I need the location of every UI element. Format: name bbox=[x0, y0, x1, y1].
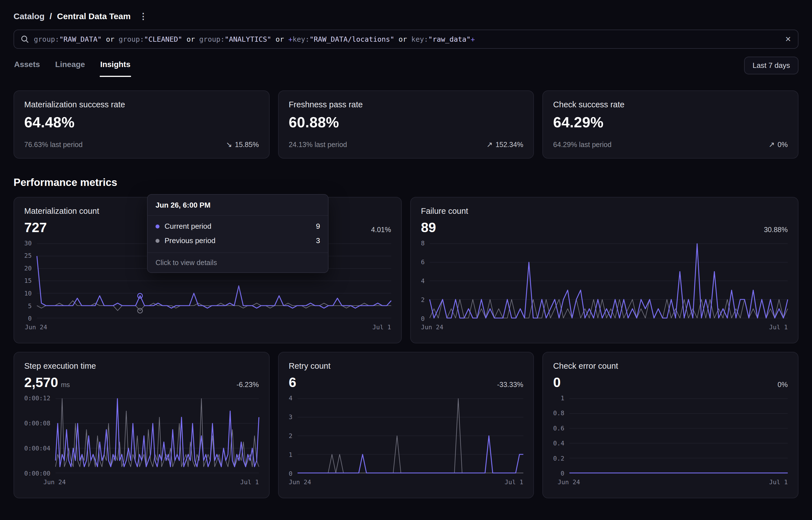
x-axis-start: Jun 24 bbox=[421, 324, 443, 331]
kpi-value: 64.29% bbox=[553, 114, 788, 131]
x-axis-start: Jun 24 bbox=[289, 478, 311, 486]
section-title: Performance metrics bbox=[14, 177, 798, 188]
x-axis-start: Jun 24 bbox=[557, 478, 580, 486]
kpi-value: 60.88% bbox=[289, 114, 523, 131]
query-token-key: group: bbox=[199, 35, 225, 43]
query-token-op: or bbox=[102, 35, 119, 43]
time-range-button[interactable]: Last 7 days bbox=[744, 57, 798, 74]
x-axis: Jun 24 Jul 1 bbox=[24, 478, 259, 486]
kpi-trend-value: 15.85% bbox=[235, 140, 259, 149]
series-line-previous bbox=[55, 398, 259, 467]
x-axis-end: Jul 1 bbox=[240, 478, 259, 486]
chart-title: Step execution time bbox=[24, 361, 259, 371]
kpi-last-period: 64.29% last period bbox=[553, 140, 611, 149]
chart-card-retry-count: Retry count 6 -33.33% 43210 Jun 24 Jul 1 bbox=[278, 352, 534, 498]
chart-value: 6 bbox=[289, 375, 296, 390]
page: Catalog / Central Data Team ⋮ group:"RAW… bbox=[0, 0, 812, 512]
x-axis-end: Jul 1 bbox=[769, 478, 788, 486]
chart-card-materialization-count: Materialization count 727 4.01% 30252015… bbox=[14, 197, 402, 343]
breadcrumb: Catalog / Central Data Team ⋮ bbox=[14, 11, 798, 21]
chart-plot[interactable] bbox=[297, 398, 523, 473]
y-axis: 86420 bbox=[421, 243, 425, 319]
kpi-trend-value: 152.34% bbox=[496, 140, 523, 149]
query-token-val: "RAW_DATA/locations" bbox=[309, 35, 394, 43]
chart-title: Retry count bbox=[289, 361, 523, 371]
chart-value: 2,570 bbox=[24, 375, 58, 390]
kpi-card-freshness-pass-rate: Freshness pass rate 60.88% 24.13% last p… bbox=[278, 90, 534, 159]
kpi-value: 64.48% bbox=[24, 114, 259, 131]
kpi-last-period: 24.13% last period bbox=[289, 140, 347, 149]
tooltip-value: 3 bbox=[316, 236, 320, 245]
trend-up-icon: ↗ bbox=[487, 140, 493, 149]
current-period-dot-icon bbox=[156, 225, 159, 229]
tooltip-value: 9 bbox=[316, 222, 320, 231]
x-axis-end: Jul 1 bbox=[372, 324, 391, 331]
chart-trend: -33.33% bbox=[497, 381, 523, 389]
tabs-row: Assets Lineage Insights Last 7 days bbox=[14, 57, 798, 77]
chart-value: 0 bbox=[553, 375, 561, 390]
query-token-key: key: bbox=[292, 35, 309, 43]
kpi-last-period: 76.63% last period bbox=[24, 140, 83, 149]
y-axis: 10.80.60.40.20 bbox=[553, 398, 564, 473]
chart-plot[interactable] bbox=[55, 398, 259, 473]
chart-card-check-error-count: Check error count 0 0% 10.80.60.40.20 Ju… bbox=[542, 352, 798, 498]
query-token-val: "ANALYTICS" bbox=[225, 35, 271, 43]
query-token-val: "raw_data" bbox=[428, 35, 471, 43]
query-token-key: group: bbox=[119, 35, 144, 43]
x-axis: Jun 24 Jul 1 bbox=[553, 478, 788, 486]
kpi-trend: ↗ 152.34% bbox=[487, 140, 523, 149]
query-token-op: or bbox=[182, 35, 199, 43]
search-input[interactable]: group:"RAW_DATA" or group:"CLEANED" or g… bbox=[14, 30, 798, 49]
y-axis: 43210 bbox=[289, 398, 292, 473]
search-icon bbox=[21, 35, 29, 43]
query-token-val: "CLEANED" bbox=[144, 35, 182, 43]
chart-unit: ms bbox=[61, 381, 70, 389]
breadcrumb-catalog-link[interactable]: Catalog bbox=[14, 11, 45, 21]
query-token-plus: + bbox=[471, 35, 475, 43]
trend-down-icon: ↘ bbox=[226, 140, 232, 149]
kpi-card-materialization-success-rate: Materialization success rate 64.48% 76.6… bbox=[14, 90, 270, 159]
chart-value: 727 bbox=[24, 220, 47, 235]
tooltip-row-current: Current period 9 bbox=[156, 219, 320, 234]
kebab-menu-icon[interactable]: ⋮ bbox=[136, 11, 151, 21]
tab-assets[interactable]: Assets bbox=[14, 57, 41, 77]
kpi-title: Materialization success rate bbox=[24, 100, 259, 109]
previous-period-dot-icon bbox=[156, 239, 159, 243]
chart-card-failure-count: Failure count 89 30.88% 86420 Jun 24 Jul… bbox=[410, 197, 798, 343]
kpi-title: Check success rate bbox=[553, 100, 788, 109]
query-token-key: group: bbox=[34, 35, 59, 43]
trend-up-icon: ↗ bbox=[768, 140, 775, 149]
chart-tooltip: Jun 26, 6:00 PM Current period 9 Previou… bbox=[147, 194, 329, 273]
query-token-plus: + bbox=[288, 35, 292, 43]
chart-plot[interactable] bbox=[570, 398, 788, 473]
search-query: group:"RAW_DATA" or group:"CLEANED" or g… bbox=[34, 35, 780, 43]
query-token-op: or bbox=[394, 35, 411, 43]
chart-title: Failure count bbox=[421, 206, 788, 216]
chart-card-step-execution-time: Step execution time 2,570 ms -6.23% 0:00… bbox=[14, 352, 270, 498]
tooltip-label: Previous period bbox=[164, 236, 215, 245]
tooltip-label: Current period bbox=[164, 222, 211, 231]
chart-value: 89 bbox=[421, 220, 436, 235]
chart-plot[interactable] bbox=[430, 243, 788, 319]
x-axis-start: Jun 24 bbox=[25, 324, 47, 331]
chart-trend: -6.23% bbox=[236, 381, 259, 389]
kpi-title: Freshness pass rate bbox=[289, 100, 523, 109]
chart-trend: 4.01% bbox=[371, 226, 391, 234]
chart-title: Check error count bbox=[553, 361, 788, 371]
tab-lineage[interactable]: Lineage bbox=[55, 57, 86, 77]
tab-insights[interactable]: Insights bbox=[100, 57, 131, 77]
y-axis: 302520151050 bbox=[24, 243, 32, 319]
charts-row-2: Step execution time 2,570 ms -6.23% 0:00… bbox=[14, 352, 798, 498]
query-token-key: key: bbox=[411, 35, 428, 43]
x-axis-end: Jul 1 bbox=[505, 478, 523, 486]
chart-trend: 0% bbox=[778, 381, 788, 389]
kpi-trend: ↘ 15.85% bbox=[226, 140, 259, 149]
x-axis-end: Jul 1 bbox=[769, 324, 788, 331]
clear-search-icon[interactable]: ✕ bbox=[785, 35, 791, 43]
x-axis: Jun 24 Jul 1 bbox=[289, 478, 523, 486]
y-axis: 0:00:120:00:080:00:040:00:00 bbox=[24, 398, 50, 473]
kpi-row: Materialization success rate 64.48% 76.6… bbox=[14, 90, 798, 159]
query-token-val: "RAW_DATA" bbox=[59, 35, 102, 43]
kpi-trend: ↗ 0% bbox=[768, 140, 788, 149]
charts-row-1: Materialization count 727 4.01% 30252015… bbox=[14, 197, 798, 343]
